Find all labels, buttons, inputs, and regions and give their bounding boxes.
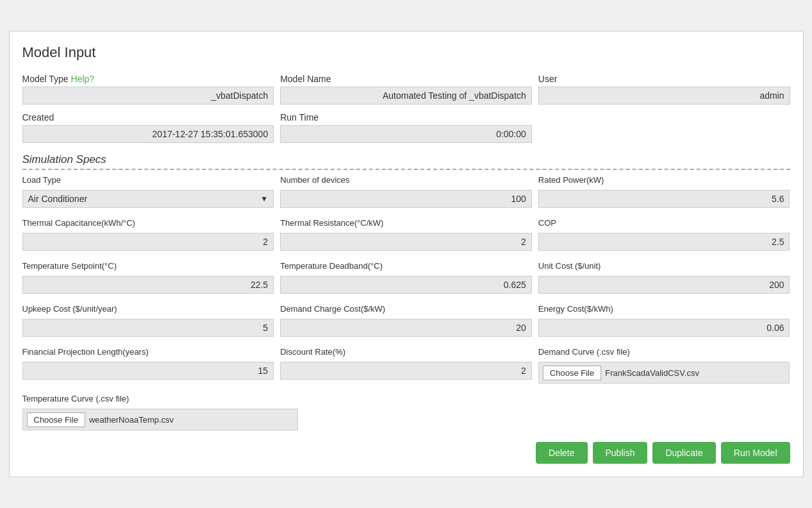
discount-rate-value[interactable]: 2	[280, 362, 532, 380]
num-devices-value[interactable]: 100	[280, 190, 532, 208]
simulation-section-title: Simulation Specs	[22, 153, 790, 170]
fin-proj-field: Financial Projection Length(years) 15	[22, 347, 274, 384]
discount-rate-label: Discount Rate(%)	[280, 347, 532, 360]
cop-value[interactable]: 2.5	[538, 233, 790, 251]
demand-curve-field: Demand Curve (.csv file) Choose File Fra…	[538, 347, 790, 384]
user-label: User	[538, 74, 790, 84]
thermal-res-label: Thermal Resistance(°C/kW)	[280, 218, 532, 231]
energy-cost-value[interactable]: 0.06	[538, 319, 790, 337]
temp-setpoint-value[interactable]: 22.5	[22, 276, 274, 294]
model-type-value: _vbatDispatch	[22, 87, 274, 105]
unit-cost-field: Unit Cost ($/unit) 200	[538, 261, 790, 294]
demand-charge-field: Demand Charge Cost($/kW) 20	[280, 304, 532, 337]
fin-proj-value[interactable]: 15	[22, 362, 274, 380]
rated-power-value[interactable]: 5.6	[538, 190, 790, 208]
temp-curve-choose-file-button[interactable]: Choose File	[27, 412, 85, 427]
upkeep-cost-label: Upkeep Cost ($/unit/year)	[22, 304, 274, 317]
page-title: Model Input	[22, 44, 790, 61]
delete-button[interactable]: Delete	[536, 442, 587, 464]
temp-deadband-value[interactable]: 0.625	[280, 276, 532, 294]
rated-power-field: Rated Power(kW) 5.6	[538, 175, 790, 208]
created-value: 2017-12-27 15:35:01.653000	[22, 125, 274, 143]
sim-row-4: Upkeep Cost ($/unit/year) 5 Demand Charg…	[22, 304, 790, 342]
demand-curve-label: Demand Curve (.csv file)	[538, 347, 790, 360]
load-type-select[interactable]: Air Conditioner ▼	[22, 190, 274, 208]
temp-curve-field: Temperature Curve (.csv file) Choose Fil…	[22, 394, 298, 430]
sim-row-1: Load Type Air Conditioner ▼ Number of de…	[22, 175, 790, 213]
model-type-col: Model Type Help? _vbatDispatch	[22, 74, 274, 105]
unit-cost-label: Unit Cost ($/unit)	[538, 261, 790, 274]
num-devices-field: Number of devices 100	[280, 175, 532, 208]
model-type-text: Model Type	[22, 74, 69, 84]
meta-row-1: Model Type Help? _vbatDispatch Model Nam…	[22, 74, 790, 105]
num-devices-label: Number of devices	[280, 175, 532, 188]
demand-charge-value[interactable]: 20	[280, 319, 532, 337]
unit-cost-value[interactable]: 200	[538, 276, 790, 294]
load-type-label: Load Type	[22, 175, 274, 188]
user-col: User admin	[538, 74, 790, 105]
demand-curve-choose-file-button[interactable]: Choose File	[543, 366, 601, 380]
temp-curve-section: Temperature Curve (.csv file) Choose Fil…	[22, 394, 790, 430]
sim-row-5: Financial Projection Length(years) 15 Di…	[22, 347, 790, 389]
main-container: Model Input Model Type Help? _vbatDispat…	[9, 31, 804, 477]
load-type-field: Load Type Air Conditioner ▼	[22, 175, 274, 208]
temp-setpoint-label: Temperature Setpoint(°C)	[22, 261, 274, 274]
model-name-col: Model Name Automated Testing of _vbatDis…	[280, 74, 532, 105]
duplicate-button[interactable]: Duplicate	[652, 442, 715, 464]
sim-row-2: Thermal Capacitance(kWh/°C) 2 Thermal Re…	[22, 218, 790, 256]
created-label: Created	[22, 112, 274, 123]
actions-row: Delete Publish Duplicate Run Model	[22, 439, 790, 464]
meta-row-2: Created 2017-12-27 15:35:01.653000 Run T…	[22, 112, 790, 143]
help-link[interactable]: Help?	[71, 74, 95, 84]
energy-cost-field: Energy Cost($/kWh) 0.06	[538, 304, 790, 337]
run-time-label: Run Time	[280, 112, 532, 123]
temp-curve-file-input: Choose File weatherNoaaTemp.csv	[22, 409, 298, 430]
thermal-cap-field: Thermal Capacitance(kWh/°C) 2	[22, 218, 274, 251]
energy-cost-label: Energy Cost($/kWh)	[538, 304, 790, 317]
demand-curve-filename: FrankScadaValidCSV.csv	[605, 368, 699, 378]
upkeep-cost-field: Upkeep Cost ($/unit/year) 5	[22, 304, 274, 337]
temp-deadband-label: Temperature Deadband(°C)	[280, 261, 532, 274]
model-type-label: Model Type Help?	[22, 74, 274, 84]
thermal-res-field: Thermal Resistance(°C/kW) 2	[280, 218, 532, 251]
run-model-button[interactable]: Run Model	[721, 442, 790, 464]
thermal-cap-label: Thermal Capacitance(kWh/°C)	[22, 218, 274, 231]
temp-setpoint-field: Temperature Setpoint(°C) 22.5	[22, 261, 274, 294]
temp-curve-filename: weatherNoaaTemp.csv	[89, 415, 174, 425]
demand-curve-file-input: Choose File FrankScadaValidCSV.csv	[538, 362, 790, 384]
publish-button[interactable]: Publish	[593, 442, 648, 464]
model-name-label: Model Name	[280, 74, 532, 84]
rated-power-label: Rated Power(kW)	[538, 175, 790, 188]
upkeep-cost-value[interactable]: 5	[22, 319, 274, 337]
temp-deadband-field: Temperature Deadband(°C) 0.625	[280, 261, 532, 294]
discount-rate-field: Discount Rate(%) 2	[280, 347, 532, 384]
run-time-value: 0:00:00	[280, 125, 532, 143]
model-name-value: Automated Testing of _vbatDispatch	[280, 87, 532, 105]
empty-col	[538, 112, 790, 143]
thermal-res-value[interactable]: 2	[280, 233, 532, 251]
load-type-text: Air Conditioner	[28, 194, 88, 204]
demand-charge-label: Demand Charge Cost($/kW)	[280, 304, 532, 317]
user-value: admin	[538, 87, 790, 105]
thermal-cap-value[interactable]: 2	[22, 233, 274, 251]
cop-field: COP 2.5	[538, 218, 790, 251]
temp-curve-label: Temperature Curve (.csv file)	[22, 394, 298, 407]
sim-row-3: Temperature Setpoint(°C) 22.5 Temperatur…	[22, 261, 790, 299]
cop-label: COP	[538, 218, 790, 231]
dropdown-arrow-icon: ▼	[260, 194, 268, 203]
created-col: Created 2017-12-27 15:35:01.653000	[22, 112, 274, 143]
fin-proj-label: Financial Projection Length(years)	[22, 347, 274, 360]
run-time-col: Run Time 0:00:00	[280, 112, 532, 143]
